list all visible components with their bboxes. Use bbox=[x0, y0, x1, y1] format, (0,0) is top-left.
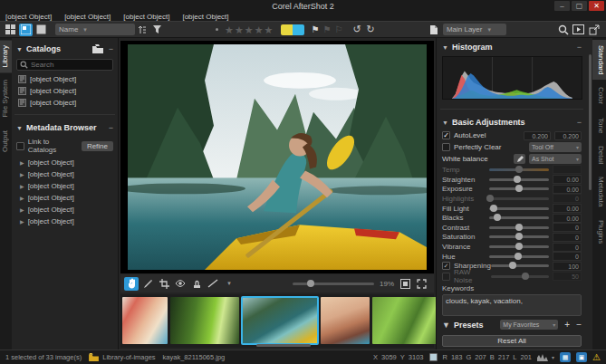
white-balance-dropdown[interactable]: As Shot ▾ bbox=[529, 154, 582, 164]
filmstrip-thumbnail[interactable] bbox=[372, 297, 441, 344]
catalogs-header[interactable]: ▼ Catalogs − bbox=[14, 42, 115, 56]
filmstrip-thumbnail[interactable] bbox=[321, 297, 370, 344]
metadata-tree-item[interactable]: ▶ [object Object] bbox=[14, 204, 115, 216]
tools-chevron-icon[interactable]: ▾ bbox=[222, 277, 236, 291]
image-viewer[interactable] bbox=[120, 41, 434, 273]
close-button[interactable]: ✕ bbox=[589, 1, 604, 11]
basic-adjustments-header[interactable]: ▼ Basic Adjustments − bbox=[440, 115, 583, 129]
soft-proof-icon[interactable]: ▣ bbox=[576, 352, 587, 362]
left-panel-tab[interactable]: Output bbox=[0, 125, 12, 158]
adjustment-slider[interactable] bbox=[491, 264, 549, 267]
slider-thumb[interactable] bbox=[515, 185, 523, 192]
perfectly-clear-checkbox[interactable] bbox=[442, 143, 450, 151]
expand-triangle-icon[interactable]: ▶ bbox=[20, 183, 24, 189]
minimize-button[interactable]: – bbox=[554, 1, 570, 11]
autolevel-checkbox[interactable] bbox=[442, 131, 450, 139]
adjustment-checkbox[interactable] bbox=[442, 273, 450, 281]
adjustment-value[interactable]: 0 bbox=[553, 223, 582, 232]
adjustment-slider[interactable] bbox=[489, 226, 549, 229]
autolevel-value-2[interactable]: 0.200 bbox=[554, 131, 582, 140]
sort-direction-icon[interactable] bbox=[135, 24, 149, 36]
slider-thumb[interactable] bbox=[515, 253, 522, 260]
collapse-panel-icon[interactable]: − bbox=[577, 118, 582, 127]
adjustment-slider[interactable] bbox=[489, 245, 549, 248]
tool-tab[interactable]: Plugins bbox=[592, 215, 606, 249]
adjustment-value[interactable]: 0 bbox=[553, 252, 582, 261]
crop-tool-icon[interactable] bbox=[157, 277, 171, 291]
chevron-down-icon[interactable]: ▾ bbox=[552, 354, 554, 360]
catalog-search[interactable] bbox=[16, 59, 113, 71]
star-icon[interactable]: ★ bbox=[255, 25, 264, 34]
keywords-input[interactable]: clouds, kayak, vacation, bbox=[442, 294, 582, 316]
star-icon[interactable]: ★ bbox=[265, 25, 274, 34]
expand-triangle-icon[interactable]: ▶ bbox=[20, 171, 24, 177]
new-catalog-icon[interactable] bbox=[92, 44, 103, 53]
adjustment-value[interactable]: 50 bbox=[553, 272, 582, 281]
refine-button[interactable]: Refine bbox=[82, 141, 113, 151]
tool-tab[interactable]: Metadata bbox=[592, 171, 606, 212]
catalog-item[interactable]: [object Object] bbox=[14, 97, 115, 109]
slideshow-icon[interactable] bbox=[572, 24, 585, 36]
adjustment-value[interactable]: 0 bbox=[553, 233, 582, 242]
adjustment-value[interactable]: 0 bbox=[553, 194, 582, 203]
metadata-tree-item[interactable]: ▶ [object Object] bbox=[14, 216, 115, 227]
adjustment-value[interactable] bbox=[553, 165, 582, 174]
filmstrip-thumbnail[interactable] bbox=[242, 297, 318, 344]
tool-tab[interactable]: Color bbox=[592, 81, 606, 110]
tool-tab[interactable]: Standard bbox=[592, 40, 606, 80]
search-input[interactable] bbox=[31, 61, 103, 69]
sort-field-dropdown[interactable]: Name ▾ bbox=[55, 24, 135, 35]
slider-thumb[interactable] bbox=[515, 233, 523, 240]
histogram-header[interactable]: ▼ Histogram − bbox=[440, 40, 583, 54]
star-icon[interactable]: ★ bbox=[225, 25, 234, 34]
metadata-tree-item[interactable]: ▶ [object Object] bbox=[14, 157, 115, 168]
reset-all-button[interactable]: Reset All bbox=[442, 335, 582, 347]
slider-thumb[interactable] bbox=[515, 224, 523, 231]
right-panel-scrollbar[interactable] bbox=[589, 54, 592, 190]
add-preset-button[interactable]: + bbox=[564, 320, 570, 330]
menu-item[interactable]: [object Object] bbox=[64, 13, 111, 21]
adjustment-slider[interactable] bbox=[489, 235, 549, 238]
layer-dropdown[interactable]: Main Layer ▾ bbox=[443, 24, 506, 35]
expand-triangle-icon[interactable]: ▶ bbox=[20, 218, 24, 225]
expand-triangle-icon[interactable]: ▶ bbox=[20, 206, 24, 213]
warning-icon[interactable]: ⚠ bbox=[592, 352, 601, 362]
collapse-triangle-icon[interactable]: ▼ bbox=[16, 125, 23, 131]
metadata-browser-header[interactable]: ▼ Metadata Browser − bbox=[14, 120, 115, 135]
heal-clone-tool-icon[interactable] bbox=[189, 277, 204, 291]
zoom-slider[interactable] bbox=[293, 283, 374, 285]
single-view-icon[interactable] bbox=[34, 24, 48, 36]
autolevel-value-1[interactable]: 0.200 bbox=[524, 131, 551, 140]
collapse-triangle-icon[interactable]: ▼ bbox=[442, 120, 448, 126]
adjustment-slider[interactable] bbox=[489, 216, 549, 219]
clear-rating-dot[interactable] bbox=[216, 28, 218, 31]
histogram-mini-icon[interactable] bbox=[537, 353, 548, 361]
new-version-icon[interactable] bbox=[428, 24, 441, 36]
catalog-item[interactable]: [object Object] bbox=[14, 73, 115, 85]
menu-item[interactable]: [object Object] bbox=[5, 13, 52, 21]
export-icon[interactable] bbox=[587, 24, 601, 36]
menu-item[interactable]: [object Object] bbox=[182, 13, 228, 21]
perfectly-clear-dropdown[interactable]: Tool Off ▾ bbox=[529, 142, 582, 152]
link-to-catalogs-checkbox[interactable] bbox=[16, 142, 24, 150]
collapse-panel-icon[interactable]: − bbox=[577, 43, 582, 52]
metadata-tree-item[interactable]: ▶ [object Object] bbox=[14, 192, 115, 204]
tool-tab[interactable]: Detail bbox=[592, 140, 606, 169]
left-panel-tab[interactable]: File System bbox=[0, 74, 12, 123]
adjustment-value[interactable]: 0 bbox=[553, 243, 582, 252]
adjustment-checkbox[interactable] bbox=[442, 262, 450, 270]
undo-icon[interactable]: ↺ bbox=[352, 24, 361, 35]
slider-thumb[interactable] bbox=[486, 195, 494, 202]
collapse-panel-icon[interactable]: − bbox=[109, 44, 113, 53]
slider-thumb[interactable] bbox=[522, 273, 529, 280]
redo-icon[interactable]: ↻ bbox=[367, 24, 375, 35]
adjustment-value[interactable]: 0.00 bbox=[553, 175, 582, 184]
adjustment-slider[interactable] bbox=[489, 207, 549, 210]
straighten-tool-icon[interactable] bbox=[206, 277, 220, 291]
grid-view-icon[interactable] bbox=[4, 24, 17, 36]
adjustment-slider[interactable] bbox=[489, 168, 549, 171]
collapse-triangle-icon[interactable]: ▼ bbox=[442, 44, 448, 51]
color-profile-icon[interactable]: ▦ bbox=[560, 352, 571, 362]
presets-dropdown[interactable]: My Favorites ▾ bbox=[500, 320, 558, 330]
filmstrip-scrollbar[interactable] bbox=[256, 344, 311, 347]
